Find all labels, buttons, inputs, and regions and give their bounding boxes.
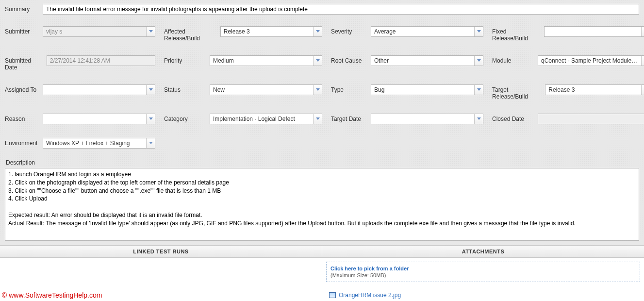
fixed-release-label: Fixed Release/Build xyxy=(492,26,544,42)
status-label: Status xyxy=(164,84,210,93)
summary-input[interactable] xyxy=(43,4,639,15)
reason-combo[interactable] xyxy=(43,114,155,124)
chevron-down-icon[interactable] xyxy=(313,27,322,36)
chevron-down-icon[interactable] xyxy=(146,85,155,95)
type-label: Type xyxy=(331,84,371,93)
severity-label: Severity xyxy=(331,26,371,35)
affected-release-value: Release 3 xyxy=(221,27,313,36)
chevron-down-icon[interactable] xyxy=(474,56,483,66)
chevron-down-icon[interactable] xyxy=(313,56,322,66)
category-label: Category xyxy=(164,114,210,122)
priority-label: Priority xyxy=(164,55,210,64)
target-release-label: Target Release/Build xyxy=(492,84,545,100)
target-release-combo[interactable]: Release 3 xyxy=(545,84,644,95)
chevron-down-icon[interactable] xyxy=(146,114,155,124)
chevron-down-icon[interactable] xyxy=(641,85,644,95)
target-date-combo[interactable] xyxy=(371,114,483,124)
assigned-to-combo[interactable] xyxy=(43,84,155,95)
root-cause-value: Other xyxy=(371,56,474,66)
category-value: Implementation - Logical Defect xyxy=(210,114,313,124)
environment-value: Windows XP + Firefox + Staging xyxy=(43,138,146,148)
environment-combo[interactable]: Windows XP + Firefox + Staging xyxy=(43,138,155,149)
fixed-release-combo[interactable] xyxy=(544,26,644,37)
closed-date-label: Closed Date xyxy=(492,114,538,122)
attachment-item[interactable]: OrangeHRM issue 2.jpg xyxy=(326,291,640,300)
reason-value xyxy=(43,114,146,124)
chevron-down-icon[interactable] xyxy=(474,27,483,36)
target-date-value xyxy=(371,114,474,124)
status-combo[interactable]: New xyxy=(210,84,322,95)
chevron-down-icon[interactable] xyxy=(313,114,322,124)
assigned-to-label: Assigned To xyxy=(5,84,43,93)
max-size-text: (Maximum Size: 50MB) xyxy=(330,272,386,278)
severity-combo[interactable]: Average xyxy=(371,26,483,37)
attachments-header: ATTACHMENTS xyxy=(322,246,644,258)
severity-value: Average xyxy=(371,27,474,36)
status-value: New xyxy=(210,85,313,95)
target-release-value: Release 3 xyxy=(545,85,641,95)
affected-release-label: Affected Release/Build xyxy=(164,26,220,42)
submitted-date-label: Submitted Date xyxy=(5,55,47,71)
assigned-to-value xyxy=(43,85,146,95)
closed-date-input xyxy=(538,114,644,124)
submitted-date-input xyxy=(47,55,155,66)
type-value: Bug xyxy=(371,85,474,95)
priority-value: Medium xyxy=(210,56,313,66)
chevron-down-icon[interactable] xyxy=(474,85,483,95)
root-cause-label: Root Cause xyxy=(331,55,371,64)
attachments-panel: ATTACHMENTS Click here to pick from a fo… xyxy=(322,246,644,301)
description-textarea[interactable] xyxy=(5,168,639,241)
module-value: qConnect - Sample Project Module root xyxy=(538,56,641,66)
description-label: Description xyxy=(5,157,639,168)
linked-test-runs-header: LINKED TEST RUNS xyxy=(0,246,322,258)
reason-label: Reason xyxy=(5,114,43,122)
fixed-release-value xyxy=(545,27,641,36)
summary-label: Summary xyxy=(5,4,43,13)
category-combo[interactable]: Implementation - Logical Defect xyxy=(210,114,322,124)
watermark-text: © www.SoftwareTestingHelp.com xyxy=(2,291,102,299)
chevron-down-icon[interactable] xyxy=(641,27,644,36)
type-combo[interactable]: Bug xyxy=(371,84,483,95)
affected-release-combo[interactable]: Release 3 xyxy=(220,26,322,37)
pick-from-folder-link[interactable]: Click here to pick from a folder xyxy=(330,266,409,271)
chevron-down-icon[interactable] xyxy=(313,85,322,95)
chevron-down-icon[interactable] xyxy=(641,56,644,66)
chevron-down-icon[interactable] xyxy=(474,114,483,124)
image-file-icon xyxy=(329,292,336,298)
chevron-down-icon[interactable] xyxy=(146,138,155,148)
target-date-label: Target Date xyxy=(331,114,371,122)
attachment-dropzone[interactable]: Click here to pick from a folder (Maximu… xyxy=(326,262,640,282)
submitter-value: vijay s xyxy=(43,27,146,36)
root-cause-combo[interactable]: Other xyxy=(371,55,483,66)
submitter-label: Submitter xyxy=(5,26,43,35)
attachment-link[interactable]: OrangeHRM issue 2.jpg xyxy=(339,292,401,299)
chevron-down-icon xyxy=(146,27,155,36)
submitter-combo: vijay s xyxy=(43,26,155,37)
module-combo[interactable]: qConnect - Sample Project Module root xyxy=(538,55,644,66)
environment-label: Environment xyxy=(5,138,43,147)
priority-combo[interactable]: Medium xyxy=(210,55,322,66)
module-label: Module xyxy=(492,55,538,64)
